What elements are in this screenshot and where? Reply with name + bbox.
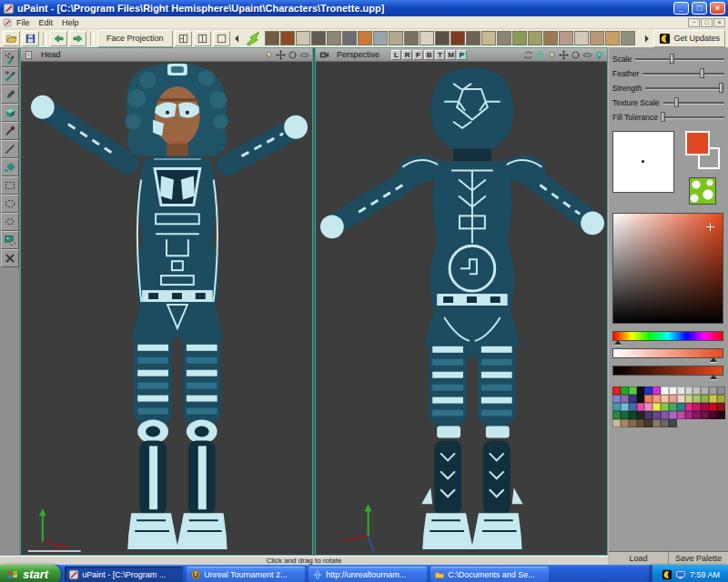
palette-swatch[interactable] [621, 411, 629, 419]
start-button[interactable]: start [0, 565, 61, 582]
palette-swatch[interactable] [685, 411, 693, 419]
mdi-close-button[interactable]: × [713, 18, 725, 27]
texture-swatch[interactable] [574, 31, 589, 45]
palette-swatch[interactable] [661, 395, 669, 403]
palette-swatch[interactable] [652, 419, 661, 427]
palette-swatch[interactable] [709, 386, 717, 395]
texture-swatch[interactable] [559, 31, 573, 45]
viewport-head-canvas[interactable] [21, 62, 312, 555]
palette-swatch[interactable] [637, 403, 645, 411]
load-button[interactable]: Load [609, 552, 669, 565]
palette-swatch[interactable] [709, 411, 717, 419]
texture-swatch[interactable] [358, 31, 372, 45]
face-projection-button[interactable]: Face Projection [97, 30, 173, 47]
palette-swatch[interactable] [637, 411, 645, 419]
get-updates-button[interactable]: Get Updates [653, 30, 725, 47]
palette-swatch[interactable] [629, 419, 637, 427]
saturation-bar[interactable] [612, 348, 723, 358]
menu-item-help[interactable]: Help [57, 18, 84, 27]
rotate-icon[interactable] [571, 50, 581, 60]
palette-swatch[interactable] [612, 386, 621, 395]
view-button-t[interactable]: T [435, 50, 445, 60]
texture-swatch[interactable] [497, 31, 511, 45]
viewport-perspective-canvas[interactable] [316, 62, 607, 555]
palette-swatch[interactable] [677, 411, 685, 419]
palette-swatch[interactable] [621, 386, 629, 395]
saturation-marker[interactable] [710, 357, 717, 362]
lasso-select-tool[interactable] [1, 213, 19, 231]
palette-swatch[interactable] [629, 395, 637, 403]
texture-swatch[interactable] [621, 31, 635, 45]
texture-swatch[interactable] [590, 31, 604, 45]
open-button[interactable] [3, 31, 20, 46]
fill-tolerance-slider[interactable] [662, 116, 724, 119]
palette-swatch[interactable] [717, 411, 725, 419]
palette-swatch[interactable] [644, 411, 652, 419]
palette-swatch[interactable] [637, 395, 645, 403]
texture-swatch[interactable] [481, 31, 496, 45]
display-icon[interactable] [675, 569, 686, 580]
brush-preview[interactable] [612, 131, 674, 193]
texture-swatch[interactable] [327, 31, 341, 45]
palette-swatch[interactable] [701, 411, 709, 419]
target-icon[interactable] [535, 50, 545, 60]
pen-tool[interactable] [1, 85, 19, 104]
light-icon[interactable] [264, 50, 274, 60]
mdi-child-icon[interactable] [3, 18, 12, 27]
ellipse-select-tool[interactable] [1, 195, 19, 213]
view-button-m[interactable]: M [446, 50, 456, 60]
palette-swatch[interactable] [629, 411, 637, 419]
taskbar-task[interactable]: uPaint - [C:\Program ... [65, 567, 183, 582]
lamp-icon[interactable] [594, 50, 604, 60]
view-button-f[interactable]: F [413, 50, 423, 60]
hue-bar[interactable] [612, 331, 723, 341]
taskbar-task[interactable]: Unreal Tournament 2... [187, 567, 305, 582]
layout-single-button[interactable] [213, 31, 230, 46]
orbit-icon[interactable] [299, 50, 309, 60]
view-button-p[interactable]: P [457, 50, 467, 60]
palette-swatch[interactable] [717, 395, 725, 403]
view-button-r[interactable]: R [402, 50, 412, 60]
clone-brush-tool[interactable] [1, 67, 19, 85]
palette-swatch[interactable] [685, 386, 693, 395]
palette-swatch[interactable] [661, 419, 669, 427]
palette-swatch[interactable] [612, 403, 621, 411]
palette-swatch[interactable] [717, 386, 725, 395]
palette-swatch[interactable] [612, 411, 621, 419]
scale-slider[interactable] [635, 58, 724, 61]
mdi-restore-button[interactable]: □ [701, 18, 713, 27]
palette-swatch[interactable] [677, 395, 685, 403]
eraser-tool[interactable] [1, 104, 19, 122]
close-button[interactable]: × [710, 2, 725, 15]
pattern-swatch[interactable] [689, 177, 716, 205]
page-icon[interactable] [24, 50, 34, 60]
palette-swatch[interactable] [644, 395, 652, 403]
palette-swatch[interactable] [669, 419, 677, 427]
menu-item-edit[interactable]: Edit [35, 18, 58, 27]
palette-swatch[interactable] [644, 419, 652, 427]
texture-swatch[interactable] [311, 31, 326, 45]
rect-select-tool[interactable] [1, 176, 19, 195]
minimize-button[interactable]: _ [673, 2, 689, 15]
texture-swatch[interactable] [528, 31, 542, 45]
palette-swatch[interactable] [701, 386, 709, 395]
slider-thumb[interactable] [700, 68, 704, 78]
palette-swatch[interactable] [652, 411, 661, 419]
texture-pick-tool[interactable] [1, 231, 19, 249]
menu-item-file[interactable]: File [12, 18, 35, 27]
palette-swatch[interactable] [629, 403, 637, 411]
slider-thumb[interactable] [674, 97, 679, 107]
value-marker[interactable] [710, 375, 717, 379]
view-button-b[interactable]: B [424, 50, 434, 60]
rotate-icon[interactable] [288, 50, 298, 60]
palette-swatch[interactable] [661, 386, 669, 395]
strength-slider[interactable] [645, 87, 724, 90]
deselect-tool[interactable] [1, 249, 19, 267]
texture-swatch[interactable] [389, 31, 403, 45]
taskbar-task[interactable]: C:\Documents and Se... [430, 567, 549, 582]
restore-button[interactable]: □ [692, 2, 707, 15]
palette-swatch[interactable] [669, 386, 677, 395]
texture-swatch[interactable] [543, 31, 558, 45]
palette-swatch[interactable] [621, 419, 629, 427]
texture-swatch[interactable] [512, 31, 527, 45]
